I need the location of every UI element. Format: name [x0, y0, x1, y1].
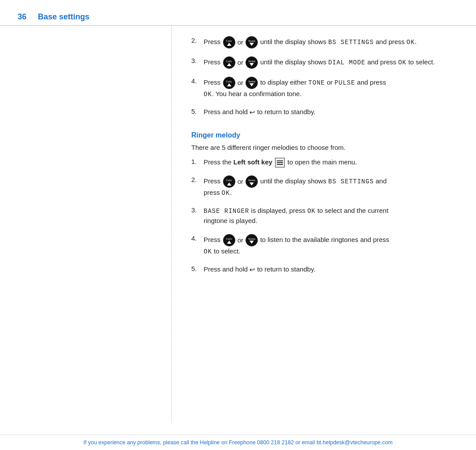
calls-up-icon-2: Calls [223, 56, 235, 69]
ringer-step-1: 1. Press the Left soft key to open the m… [191, 157, 457, 167]
ringer-step-5-number: 5. [191, 264, 204, 272]
or-1: or [238, 38, 243, 46]
ringer-step-3-number: 3. [191, 206, 204, 214]
step-2-display: BS SETTINGS [328, 39, 374, 46]
step-3: 3. Press Calls or Redial until the displ… [191, 56, 457, 69]
step-2-content: Press Calls or Redial until the display … [204, 36, 416, 48]
step-5: 5. Press and hold ↩ to return to standby… [191, 107, 457, 117]
ringer-step-3-content: BASE RINGER is displayed, press OK to se… [204, 206, 388, 226]
arrow-up-icon-2 [227, 63, 231, 66]
left-soft-key-label: Left soft key [234, 158, 272, 166]
redial-down-icon-4: Redial [245, 175, 258, 188]
menu-line-2 [277, 162, 283, 163]
step-2-text-after: until the display shows BS SETTINGS and … [260, 38, 416, 45]
calls-up-icon-4: Calls [223, 175, 235, 188]
arrow-down-icon-5 [249, 241, 254, 244]
step-2-press: Press [204, 38, 223, 45]
ringer-step-5-content: Press and hold ↩ to return to standby. [204, 264, 316, 275]
step-3-press: Press [204, 58, 223, 66]
calls-up-icon-3: Calls [223, 77, 235, 89]
return-arrow-icon: ↩ [249, 108, 255, 116]
ringer-step-4-ok: OK [204, 248, 212, 255]
main-layout: 2. Press Calls or Redial until the displ… [0, 26, 476, 422]
step-2-number: 2. [191, 36, 204, 44]
ringer-step-2-number: 2. [191, 175, 204, 183]
intro-text: There are 5 different ringer melodies to… [191, 144, 457, 151]
ringer-step-2-display: BS SETTINGS [328, 178, 374, 185]
ringer-step-3-display: BASE RINGER [204, 208, 249, 215]
calls-up-icon-5: Calls [223, 234, 235, 246]
page-number: 36 [18, 12, 31, 22]
ringer-step-4-number: 4. [191, 234, 204, 242]
footer: If you experience any problems, please c… [0, 435, 476, 450]
arrow-up-icon-3 [227, 83, 231, 86]
menu-icon [275, 158, 285, 167]
ringer-step-2-press: Press [204, 177, 223, 185]
page-header: 36 Base settings [0, 0, 476, 26]
step-4-ok: OK [204, 91, 212, 98]
subsection-title: Ringer melody [191, 131, 457, 139]
arrow-down-icon-3 [249, 83, 254, 86]
section-title: Base settings [38, 12, 89, 22]
sidebar [0, 26, 172, 422]
or-4: or [238, 178, 243, 185]
step-4-tone: TONE [309, 79, 325, 86]
menu-line-1 [277, 160, 283, 161]
arrow-up-icon-5 [227, 241, 231, 244]
step-4: 4. Press Calls or Redial to display eith… [191, 77, 457, 99]
step-2: 2. Press Calls or Redial until the displ… [191, 36, 457, 48]
redial-down-icon-5: Redial [245, 234, 258, 246]
arrow-up-icon [227, 43, 231, 46]
ringer-step-4-content: Press Calls or Redial to listen to the a… [204, 234, 389, 257]
return-arrow-icon-2: ↩ [249, 266, 255, 273]
ringer-step-1-content: Press the Left soft key to open the main… [204, 157, 357, 167]
step-5-content: Press and hold ↩ to return to standby. [204, 107, 316, 117]
redial-down-icon-3: Redial [245, 77, 258, 89]
step-3-number: 3. [191, 56, 204, 64]
step-4-content: Press Calls or Redial to display either … [204, 77, 386, 99]
redial-down-icon: Redial [245, 36, 258, 48]
ringer-step-4-press: Press [204, 236, 223, 243]
ringer-step-2-ok: OK [222, 190, 230, 197]
step-3-text: until the display shows DIAL MODE and pr… [260, 58, 435, 66]
or-2: or [238, 59, 243, 66]
page: 36 Base settings 2. Press Calls or [0, 0, 476, 450]
content-area: 2. Press Calls or Redial until the displ… [172, 26, 476, 422]
arrow-down-icon [249, 43, 254, 46]
step-2-ok: OK [406, 39, 415, 46]
step-4-number: 4. [191, 77, 204, 85]
ringer-step-5: 5. Press and hold ↩ to return to standby… [191, 264, 457, 275]
redial-down-icon-2: Redial [245, 56, 258, 69]
ringer-step-2: 2. Press Calls or Redial until the displ… [191, 175, 457, 198]
arrow-down-icon-2 [249, 63, 254, 66]
ringer-step-3-ok: OK [307, 208, 316, 215]
ringer-step-3: 3. BASE RINGER is displayed, press OK to… [191, 206, 457, 226]
footer-text: If you experience any problems, please c… [83, 439, 392, 446]
ringer-step-4: 4. Press Calls or Redial to listen to th… [191, 234, 457, 257]
step-3-display: DIAL MODE [328, 59, 366, 66]
menu-line-3 [277, 164, 283, 165]
or-5: or [238, 236, 243, 244]
ringer-step-2-content: Press Calls or Redial until the display … [204, 175, 387, 198]
step-3-ok: OK [398, 59, 406, 66]
step-5-number: 5. [191, 107, 204, 115]
calls-up-icon: Calls [223, 36, 235, 48]
step-3-content: Press Calls or Redial until the display … [204, 56, 435, 69]
arrow-up-icon-4 [227, 182, 231, 186]
ringer-step-1-number: 1. [191, 157, 204, 165]
or-3: or [238, 79, 243, 86]
step-4-press: Press [204, 78, 223, 86]
arrow-down-icon-4 [249, 182, 254, 186]
step-4-pulse: PULSE [335, 79, 355, 86]
